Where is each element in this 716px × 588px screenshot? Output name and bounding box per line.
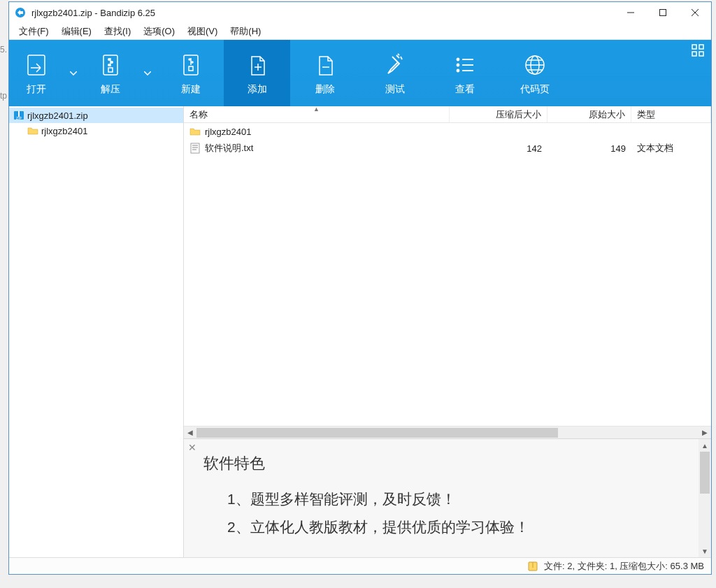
svg-rect-33	[692, 52, 696, 56]
toolbar-new-label: 新建	[181, 83, 201, 96]
list-body[interactable]: rjlxgzb2401 软件说明.txt 142 149 文本文档	[184, 123, 711, 426]
folder-icon	[27, 125, 38, 136]
toolbar-test[interactable]: 测试	[360, 40, 430, 106]
column-compressed-label: 压缩后大小	[496, 108, 541, 121]
txt-file-icon	[189, 143, 201, 154]
svg-point-8	[108, 58, 110, 59]
menu-edit[interactable]: 编辑(E)	[56, 24, 97, 39]
scroll-up-icon[interactable]: ▲	[699, 439, 711, 452]
window-title: rjlxgzb2401.zip - Bandizip 6.25	[31, 8, 155, 18]
toolbar-extract-dropdown[interactable]	[138, 40, 157, 106]
toolbar-test-label: 测试	[385, 83, 405, 96]
tree-child[interactable]: rjlxgzb2401	[9, 123, 183, 138]
preview-pane: ✕ 软件特色 1、题型多样智能评测，及时反馈！ 2、立体化人教版教材，提供优质的…	[184, 438, 711, 557]
toolbar-open-label: 打开	[27, 83, 46, 96]
svg-point-9	[111, 61, 113, 62]
svg-point-15	[192, 62, 193, 63]
toolbar-add-label: 添加	[248, 83, 267, 96]
titlebar[interactable]: rjlxgzb2401.zip - Bandizip 6.25	[9, 2, 711, 23]
svg-point-10	[108, 64, 110, 65]
new-icon	[178, 51, 203, 79]
list-pane: 名称 ▲ 压缩后大小 原始大小 类型 rjlxgzb2401	[184, 106, 711, 557]
column-original-label: 原始大小	[589, 108, 625, 121]
toolbar-extract[interactable]: 解压	[83, 40, 138, 106]
svg-rect-38	[191, 143, 199, 153]
column-compressed[interactable]: 压缩后大小	[450, 106, 547, 122]
toolbar-new[interactable]: 新建	[157, 40, 224, 106]
svg-rect-16	[189, 66, 193, 71]
list-header: 名称 ▲ 压缩后大小 原始大小 类型	[184, 106, 711, 123]
svg-point-14	[189, 59, 190, 60]
column-type[interactable]: 类型	[631, 106, 711, 122]
svg-point-22	[457, 64, 459, 66]
scroll-right-icon[interactable]: ▶	[699, 426, 711, 439]
column-name[interactable]: 名称 ▲	[184, 106, 450, 122]
content-area: ZIP rjlxgzb2401.zip rjlxgzb2401 名称 ▲ 压缩后…	[9, 106, 711, 557]
menu-options[interactable]: 选项(O)	[138, 24, 180, 39]
horizontal-scrollbar[interactable]: ◀ ▶	[184, 426, 711, 438]
toolbar-grid-icon[interactable]	[692, 44, 704, 59]
window-controls	[615, 2, 711, 23]
archive-icon	[527, 561, 538, 572]
toolbar-codepage[interactable]: 代码页	[500, 40, 570, 106]
tree-root[interactable]: ZIP rjlxgzb2401.zip	[9, 108, 183, 123]
svg-rect-31	[692, 45, 696, 49]
open-icon	[24, 51, 49, 79]
toolbar: 打开 解压 新建 添加	[9, 40, 711, 106]
toolbar-open[interactable]: 打开	[9, 40, 64, 106]
add-icon	[245, 51, 270, 79]
row-name: rjlxgzb2401	[205, 127, 252, 137]
column-name-label: 名称	[189, 108, 208, 121]
preview-line: 2、立体化人教版教材，提供优质的学习体验！	[203, 513, 679, 541]
tree-child-label: rjlxgzb2401	[41, 126, 88, 136]
menu-find[interactable]: 查找(I)	[99, 24, 136, 39]
tree-pane[interactable]: ZIP rjlxgzb2401.zip rjlxgzb2401	[9, 106, 184, 557]
preview-line: 1、题型多样智能评测，及时反馈！	[203, 485, 679, 513]
toolbar-add[interactable]: 添加	[224, 40, 290, 106]
folder-icon	[189, 126, 201, 137]
column-original[interactable]: 原始大小	[547, 106, 631, 122]
zip-icon: ZIP	[13, 110, 24, 121]
sort-asc-icon: ▲	[313, 106, 320, 113]
app-window: rjlxgzb2401.zip - Bandizip 6.25 文件(F) 编辑…	[8, 1, 712, 575]
row-type: 文本文档	[637, 142, 673, 155]
scroll-track[interactable]	[196, 428, 699, 438]
tree-root-label: rjlxgzb2401.zip	[27, 110, 88, 121]
menu-file[interactable]: 文件(F)	[13, 24, 55, 39]
preview-scrollbar[interactable]: ▲ ▼	[699, 439, 711, 557]
maximize-button[interactable]	[647, 2, 679, 23]
scroll-track[interactable]	[699, 452, 711, 545]
svg-text:ZIP: ZIP	[16, 116, 22, 120]
list-row[interactable]: rjlxgzb2401	[184, 123, 711, 140]
svg-rect-11	[108, 68, 113, 72]
scroll-left-icon[interactable]: ◀	[184, 426, 196, 439]
list-row[interactable]: 软件说明.txt 142 149 文本文档	[184, 140, 711, 157]
column-type-label: 类型	[637, 108, 655, 121]
delete-icon	[313, 51, 338, 79]
menu-help[interactable]: 帮助(H)	[224, 24, 266, 39]
scroll-thumb[interactable]	[700, 452, 710, 494]
status-text: 文件: 2, 文件夹: 1, 压缩包大小: 65.3 MB	[544, 560, 704, 573]
toolbar-open-dropdown[interactable]	[64, 40, 83, 106]
globe-icon	[522, 51, 547, 79]
close-button[interactable]	[679, 2, 711, 23]
toolbar-delete[interactable]: 删除	[290, 40, 360, 106]
menu-view[interactable]: 视图(V)	[182, 24, 223, 39]
svg-point-24	[457, 69, 459, 71]
toolbar-view[interactable]: 查看	[430, 40, 500, 106]
scroll-down-icon[interactable]: ▼	[699, 545, 711, 557]
row-compressed: 142	[527, 143, 542, 154]
minimize-button[interactable]	[615, 2, 647, 23]
preview-title: 软件特色	[203, 449, 679, 478]
app-icon	[15, 7, 26, 18]
preview-close-button[interactable]: ✕	[188, 442, 196, 453]
row-original: 149	[610, 143, 626, 154]
toolbar-extract-label: 解压	[101, 83, 120, 96]
preview-content: 软件特色 1、题型多样智能评测，及时反馈！ 2、立体化人教版教材，提供优质的学习…	[184, 439, 699, 557]
toolbar-delete-label: 删除	[315, 83, 335, 96]
scroll-thumb[interactable]	[196, 428, 558, 438]
extract-icon	[98, 51, 123, 79]
test-icon	[382, 51, 408, 79]
statusbar: 文件: 2, 文件夹: 1, 压缩包大小: 65.3 MB	[9, 557, 711, 574]
svg-rect-32	[699, 45, 703, 49]
